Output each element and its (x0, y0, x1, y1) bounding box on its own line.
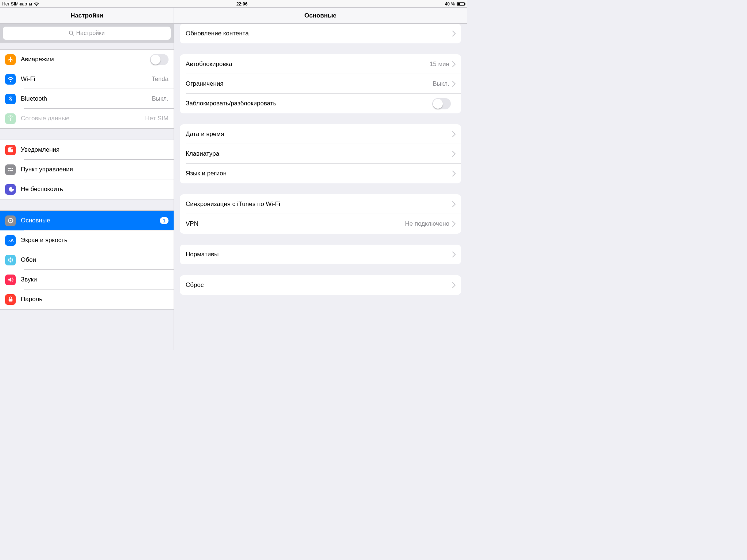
status-bar: Нет SIM-карты 22:06 40 % (0, 0, 467, 7)
chevron-right-icon (452, 151, 456, 157)
sidebar-item-label: Не беспокоить (21, 186, 174, 193)
sidebar-item-label: Обои (21, 256, 174, 264)
chevron-right-icon (452, 201, 456, 207)
setting-row[interactable]: Нормативы (180, 245, 461, 264)
svg-rect-6 (9, 170, 13, 171)
chevron-right-icon (452, 31, 456, 36)
passcode-icon (5, 294, 16, 305)
sounds-icon (5, 275, 16, 285)
badge: 1 (160, 217, 169, 224)
sidebar-item-label: Авиарежим (21, 56, 150, 63)
svg-point-22 (10, 257, 11, 259)
sidebar-item-label: Bluetooth (21, 95, 152, 102)
bluetooth-icon (5, 94, 16, 104)
chevron-right-icon (452, 282, 456, 288)
display-icon: AA (5, 235, 16, 246)
sidebar-item-bluetooth[interactable]: BluetoothВыкл. (0, 89, 174, 109)
setting-row[interactable]: VPNНе подключено (180, 214, 461, 234)
sidebar-item-control[interactable]: Пункт управления (0, 160, 174, 179)
setting-label: Обновление контента (186, 30, 452, 37)
sidebar-item-label: Пункт управления (21, 166, 174, 173)
svg-point-23 (10, 261, 11, 262)
sidebar-item-wallpaper[interactable]: Обои (0, 250, 174, 270)
toggle[interactable] (432, 98, 451, 109)
setting-row[interactable]: Клавиатура (180, 144, 461, 164)
sidebar-item-general[interactable]: Основные1 (0, 211, 174, 230)
sidebar-item-label: Экран и яркость (21, 237, 174, 244)
setting-row[interactable]: Дата и время (180, 124, 461, 144)
chevron-right-icon (452, 131, 456, 137)
setting-row[interactable]: Обновление контента (180, 24, 461, 43)
svg-text:A: A (11, 238, 14, 243)
sidebar-item-notifications[interactable]: Уведомления (0, 140, 174, 160)
sidebar-item-label: Уведомления (21, 146, 174, 153)
sidebar-item-label: Сотовые данные (21, 115, 145, 122)
toggle[interactable] (150, 54, 169, 65)
setting-label: Клавиатура (186, 150, 452, 158)
setting-label: Автоблокировка (186, 61, 430, 68)
setting-row[interactable]: Синхронизация с iTunes по Wi-Fi (180, 194, 461, 214)
sidebar-item-cellular: Сотовые данныеНет SIM (0, 109, 174, 128)
wallpaper-icon (5, 255, 16, 265)
svg-point-21 (10, 260, 11, 261)
chevron-right-icon (452, 61, 456, 67)
svg-rect-26 (8, 299, 12, 302)
sidebar-item-display[interactable]: AAЭкран и яркость (0, 230, 174, 250)
svg-line-1 (72, 34, 74, 35)
setting-row[interactable]: Язык и регион (180, 164, 461, 183)
sidebar-title: Настройки (0, 8, 174, 24)
setting-value: 15 мин (430, 61, 449, 68)
setting-label: Ограничения (186, 80, 433, 88)
status-time: 22:06 (236, 1, 248, 7)
general-icon (5, 215, 16, 226)
svg-point-7 (8, 170, 9, 171)
svg-point-5 (11, 168, 13, 169)
svg-rect-4 (8, 168, 11, 169)
chevron-right-icon (452, 252, 456, 257)
detail-title: Основные (174, 8, 467, 24)
chevron-right-icon (452, 221, 456, 227)
cellular-icon (5, 113, 16, 124)
svg-point-25 (11, 260, 13, 261)
sidebar-item-wifi[interactable]: Wi-FiTenda (0, 69, 174, 89)
sidebar-item-label: Звуки (21, 276, 174, 283)
dnd-icon (5, 184, 16, 195)
battery-pct: 40 % (445, 1, 455, 7)
wifi-status-icon (34, 2, 39, 6)
setting-row[interactable]: ОграниченияВыкл. (180, 74, 461, 94)
setting-label: Дата и время (186, 131, 452, 138)
setting-row[interactable]: Сброс (180, 275, 461, 295)
sidebar-item-airplane[interactable]: Авиарежим (0, 50, 174, 69)
sidebar-item-sounds[interactable]: Звуки (0, 270, 174, 289)
setting-value: Выкл. (433, 80, 449, 88)
svg-point-24 (8, 260, 10, 261)
sidebar-item-passcode[interactable]: Пароль (0, 289, 174, 309)
chevron-right-icon (452, 81, 456, 87)
wifi-icon (5, 74, 16, 85)
setting-label: Сброс (186, 281, 452, 289)
notifications-icon (5, 145, 16, 155)
setting-label: VPN (186, 220, 405, 228)
settings-sidebar: Настройки Настройки АвиарежимWi-FiTendaB… (0, 8, 174, 350)
sidebar-item-label: Wi-Fi (21, 75, 152, 83)
setting-label: Нормативы (186, 251, 452, 258)
setting-row[interactable]: Заблокировать/разблокировать (180, 94, 461, 113)
search-input[interactable]: Настройки (3, 27, 171, 40)
setting-value: Не подключено (405, 220, 449, 228)
setting-row[interactable]: Автоблокировка15 мин (180, 54, 461, 74)
battery-icon (457, 2, 465, 6)
svg-point-3 (11, 148, 13, 149)
search-placeholder: Настройки (76, 30, 105, 36)
row-value: Tenda (152, 75, 169, 83)
setting-label: Язык и регион (186, 170, 452, 177)
carrier-text: Нет SIM-карты (2, 1, 32, 7)
row-value: Нет SIM (145, 115, 169, 122)
chevron-right-icon (452, 171, 456, 176)
control-icon (5, 164, 16, 175)
sidebar-item-label: Пароль (21, 296, 174, 303)
setting-label: Синхронизация с iTunes по Wi-Fi (186, 201, 452, 208)
airplane-icon (5, 54, 16, 65)
sidebar-item-dnd[interactable]: Не беспокоить (0, 179, 174, 199)
setting-label: Заблокировать/разблокировать (186, 100, 432, 107)
svg-point-9 (9, 220, 11, 222)
